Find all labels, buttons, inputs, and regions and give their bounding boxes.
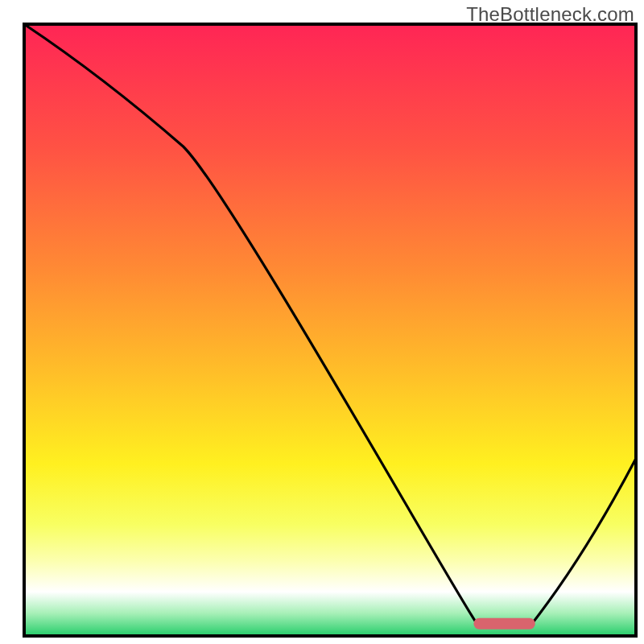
watermark-label: TheBottleneck.com: [466, 3, 634, 26]
optimal-marker: [473, 618, 535, 630]
bottleneck-chart: [0, 0, 644, 644]
chart-container: TheBottleneck.com: [0, 0, 644, 644]
chart-background: [26, 26, 634, 634]
